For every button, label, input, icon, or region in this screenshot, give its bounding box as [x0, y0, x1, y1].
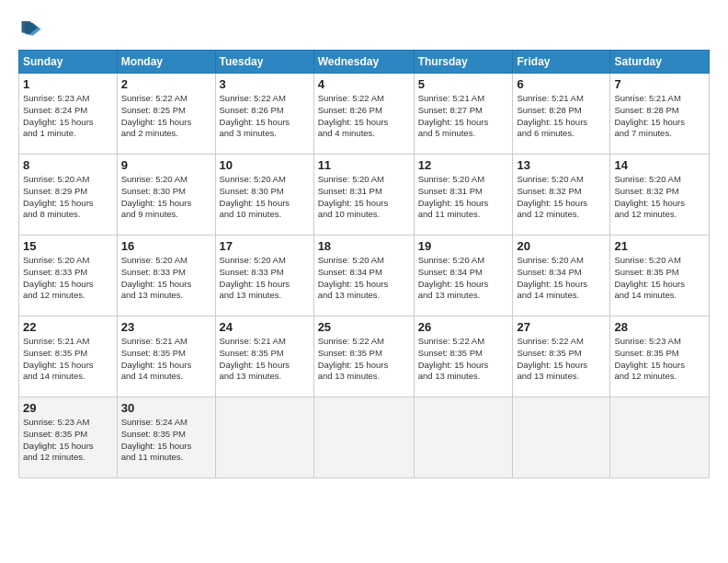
calendar-cell: 20Sunrise: 5:20 AM Sunset: 8:34 PM Dayli… — [513, 236, 610, 316]
calendar-header-saturday: Saturday — [610, 51, 710, 74]
day-info: Sunrise: 5:21 AM Sunset: 8:27 PM Dayligh… — [418, 93, 509, 140]
calendar-cell: 4Sunrise: 5:22 AM Sunset: 8:26 PM Daylig… — [313, 74, 414, 155]
day-number: 6 — [517, 77, 606, 91]
day-number: 22 — [23, 320, 113, 334]
calendar-cell: 3Sunrise: 5:22 AM Sunset: 8:26 PM Daylig… — [215, 74, 313, 155]
day-number: 12 — [418, 158, 509, 172]
day-info: Sunrise: 5:22 AM Sunset: 8:35 PM Dayligh… — [318, 336, 410, 383]
day-info: Sunrise: 5:21 AM Sunset: 8:35 PM Dayligh… — [23, 336, 113, 383]
calendar-cell: 25Sunrise: 5:22 AM Sunset: 8:35 PM Dayli… — [313, 316, 414, 397]
day-number: 29 — [23, 401, 113, 415]
calendar-cell: 17Sunrise: 5:20 AM Sunset: 8:33 PM Dayli… — [215, 236, 313, 316]
calendar-cell — [215, 397, 313, 478]
day-number: 9 — [121, 158, 211, 172]
day-info: Sunrise: 5:20 AM Sunset: 8:30 PM Dayligh… — [220, 174, 310, 221]
calendar-cell — [513, 397, 610, 478]
calendar-cell: 30Sunrise: 5:24 AM Sunset: 8:35 PM Dayli… — [117, 397, 215, 478]
calendar-cell: 18Sunrise: 5:20 AM Sunset: 8:34 PM Dayli… — [313, 236, 414, 316]
calendar-week-2: 8Sunrise: 5:20 AM Sunset: 8:29 PM Daylig… — [19, 155, 710, 236]
day-info: Sunrise: 5:22 AM Sunset: 8:35 PM Dayligh… — [517, 336, 606, 383]
day-number: 16 — [121, 239, 211, 253]
day-number: 24 — [220, 320, 310, 334]
day-number: 14 — [614, 158, 705, 172]
day-number: 20 — [517, 239, 606, 253]
day-info: Sunrise: 5:20 AM Sunset: 8:31 PM Dayligh… — [418, 174, 509, 221]
calendar-cell: 1Sunrise: 5:23 AM Sunset: 8:24 PM Daylig… — [19, 74, 118, 155]
day-info: Sunrise: 5:21 AM Sunset: 8:35 PM Dayligh… — [220, 336, 310, 383]
day-info: Sunrise: 5:20 AM Sunset: 8:33 PM Dayligh… — [23, 255, 113, 302]
day-info: Sunrise: 5:24 AM Sunset: 8:35 PM Dayligh… — [121, 417, 211, 464]
calendar-cell: 19Sunrise: 5:20 AM Sunset: 8:34 PM Dayli… — [414, 236, 513, 316]
page: SundayMondayTuesdayWednesdayThursdayFrid… — [0, 0, 728, 563]
day-info: Sunrise: 5:20 AM Sunset: 8:33 PM Dayligh… — [121, 255, 211, 302]
calendar-header-thursday: Thursday — [414, 51, 513, 74]
day-number: 5 — [418, 77, 509, 91]
calendar-cell: 2Sunrise: 5:22 AM Sunset: 8:25 PM Daylig… — [117, 74, 215, 155]
day-number: 27 — [517, 320, 606, 334]
day-number: 26 — [418, 320, 509, 334]
calendar-header-row: SundayMondayTuesdayWednesdayThursdayFrid… — [19, 51, 710, 74]
day-info: Sunrise: 5:22 AM Sunset: 8:26 PM Dayligh… — [318, 93, 410, 140]
calendar-cell: 16Sunrise: 5:20 AM Sunset: 8:33 PM Dayli… — [117, 236, 215, 316]
calendar-cell: 5Sunrise: 5:21 AM Sunset: 8:27 PM Daylig… — [414, 74, 513, 155]
day-info: Sunrise: 5:21 AM Sunset: 8:28 PM Dayligh… — [614, 93, 705, 140]
day-info: Sunrise: 5:23 AM Sunset: 8:35 PM Dayligh… — [23, 417, 113, 464]
calendar-cell: 12Sunrise: 5:20 AM Sunset: 8:31 PM Dayli… — [414, 155, 513, 236]
day-number: 18 — [318, 239, 410, 253]
day-number: 23 — [121, 320, 211, 334]
day-number: 21 — [614, 239, 705, 253]
day-info: Sunrise: 5:23 AM Sunset: 8:24 PM Dayligh… — [23, 93, 113, 140]
calendar-cell: 27Sunrise: 5:22 AM Sunset: 8:35 PM Dayli… — [513, 316, 610, 397]
day-number: 10 — [220, 158, 310, 172]
day-number: 2 — [121, 77, 211, 91]
calendar-week-3: 15Sunrise: 5:20 AM Sunset: 8:33 PM Dayli… — [19, 236, 710, 316]
calendar-cell: 23Sunrise: 5:21 AM Sunset: 8:35 PM Dayli… — [117, 316, 215, 397]
day-info: Sunrise: 5:22 AM Sunset: 8:26 PM Dayligh… — [220, 93, 310, 140]
calendar-cell — [313, 397, 414, 478]
calendar-cell: 11Sunrise: 5:20 AM Sunset: 8:31 PM Dayli… — [313, 155, 414, 236]
calendar-cell: 10Sunrise: 5:20 AM Sunset: 8:30 PM Dayli… — [215, 155, 313, 236]
calendar-cell: 15Sunrise: 5:20 AM Sunset: 8:33 PM Dayli… — [19, 236, 118, 316]
calendar-cell: 28Sunrise: 5:23 AM Sunset: 8:35 PM Dayli… — [610, 316, 710, 397]
calendar-cell: 13Sunrise: 5:20 AM Sunset: 8:32 PM Dayli… — [513, 155, 610, 236]
day-info: Sunrise: 5:20 AM Sunset: 8:34 PM Dayligh… — [418, 255, 509, 302]
calendar-header-monday: Monday — [117, 51, 215, 74]
day-number: 7 — [614, 77, 705, 91]
day-info: Sunrise: 5:20 AM Sunset: 8:34 PM Dayligh… — [318, 255, 410, 302]
day-number: 15 — [23, 239, 113, 253]
day-info: Sunrise: 5:20 AM Sunset: 8:34 PM Dayligh… — [517, 255, 606, 302]
day-info: Sunrise: 5:22 AM Sunset: 8:35 PM Dayligh… — [418, 336, 509, 383]
day-number: 17 — [220, 239, 310, 253]
day-info: Sunrise: 5:20 AM Sunset: 8:29 PM Dayligh… — [23, 174, 113, 221]
day-info: Sunrise: 5:20 AM Sunset: 8:32 PM Dayligh… — [517, 174, 606, 221]
calendar-cell: 29Sunrise: 5:23 AM Sunset: 8:35 PM Dayli… — [19, 397, 118, 478]
calendar-cell: 22Sunrise: 5:21 AM Sunset: 8:35 PM Dayli… — [19, 316, 118, 397]
calendar-cell: 24Sunrise: 5:21 AM Sunset: 8:35 PM Dayli… — [215, 316, 313, 397]
calendar-cell — [414, 397, 513, 478]
day-info: Sunrise: 5:20 AM Sunset: 8:30 PM Dayligh… — [121, 174, 211, 221]
calendar-header-sunday: Sunday — [19, 51, 118, 74]
day-info: Sunrise: 5:21 AM Sunset: 8:35 PM Dayligh… — [121, 336, 211, 383]
day-info: Sunrise: 5:23 AM Sunset: 8:35 PM Dayligh… — [614, 336, 705, 383]
day-info: Sunrise: 5:20 AM Sunset: 8:32 PM Dayligh… — [614, 174, 705, 221]
calendar: SundayMondayTuesdayWednesdayThursdayFrid… — [18, 50, 710, 478]
logo — [18, 15, 48, 40]
day-number: 19 — [418, 239, 509, 253]
calendar-header-tuesday: Tuesday — [215, 51, 313, 74]
calendar-week-1: 1Sunrise: 5:23 AM Sunset: 8:24 PM Daylig… — [19, 74, 710, 155]
calendar-week-5: 29Sunrise: 5:23 AM Sunset: 8:35 PM Dayli… — [19, 397, 710, 478]
day-number: 11 — [318, 158, 410, 172]
calendar-cell: 6Sunrise: 5:21 AM Sunset: 8:28 PM Daylig… — [513, 74, 610, 155]
day-info: Sunrise: 5:20 AM Sunset: 8:35 PM Dayligh… — [614, 255, 705, 302]
day-number: 1 — [23, 77, 113, 91]
calendar-cell: 21Sunrise: 5:20 AM Sunset: 8:35 PM Dayli… — [610, 236, 710, 316]
day-number: 25 — [318, 320, 410, 334]
calendar-week-4: 22Sunrise: 5:21 AM Sunset: 8:35 PM Dayli… — [19, 316, 710, 397]
calendar-cell: 14Sunrise: 5:20 AM Sunset: 8:32 PM Dayli… — [610, 155, 710, 236]
calendar-header-friday: Friday — [513, 51, 610, 74]
day-info: Sunrise: 5:20 AM Sunset: 8:31 PM Dayligh… — [318, 174, 410, 221]
header — [18, 15, 710, 40]
day-info: Sunrise: 5:20 AM Sunset: 8:33 PM Dayligh… — [220, 255, 310, 302]
day-number: 28 — [614, 320, 705, 334]
day-number: 30 — [121, 401, 211, 415]
